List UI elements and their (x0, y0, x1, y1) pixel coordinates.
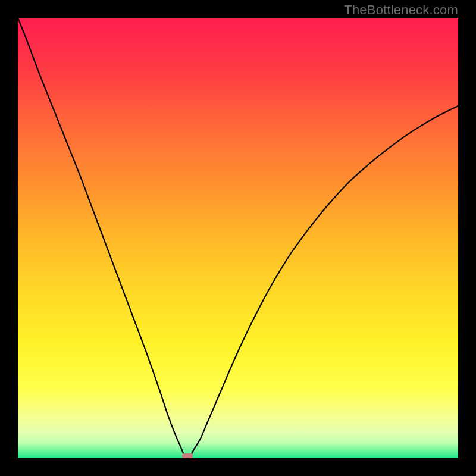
chart-plot-area (18, 18, 458, 458)
chart-background (18, 18, 458, 458)
minimum-marker (182, 453, 193, 458)
watermark-text: TheBottleneck.com (344, 2, 458, 18)
chart-svg (18, 18, 458, 458)
